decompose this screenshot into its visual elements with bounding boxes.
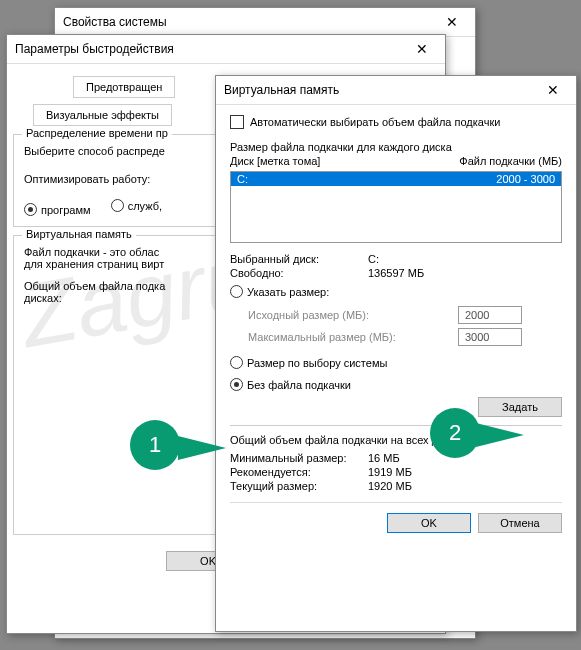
titlebar: Свойства системы ✕ [55, 8, 475, 37]
size-header: Размер файла подкачки для каждого диска [230, 141, 562, 153]
window-title: Параметры быстродействия [15, 42, 174, 56]
callout-2: 2 [430, 408, 480, 458]
radio-icon [111, 199, 124, 212]
initial-size-label: Исходный размер (МБ): [248, 309, 448, 321]
checkbox-icon [230, 115, 244, 129]
drive-row-selected[interactable]: C: 2000 - 3000 [231, 172, 561, 186]
auto-manage-checkbox[interactable]: Автоматически выбирать объем файла подка… [230, 115, 500, 129]
button-row: OK Отмена [230, 502, 562, 541]
radio-icon [24, 203, 37, 216]
max-size-input[interactable]: 3000 [458, 328, 522, 346]
radio-icon [230, 378, 243, 391]
tab-prevention[interactable]: Предотвращен [73, 76, 175, 98]
cur-value: 1920 МБ [368, 480, 412, 492]
group-title: Виртуальная память [22, 228, 136, 240]
callout-1: 1 [130, 420, 180, 470]
radio-icon [230, 356, 243, 369]
group-title: Распределение времени пр [22, 127, 172, 139]
callout-arrow [476, 423, 524, 447]
set-button[interactable]: Задать [478, 397, 562, 417]
free-space-value: 136597 МБ [368, 267, 424, 279]
window-title: Свойства системы [63, 15, 167, 29]
radio-programs[interactable]: программ [24, 203, 91, 216]
selected-drive-label: Выбранный диск: [230, 253, 360, 265]
window-title: Виртуальная память [224, 83, 339, 97]
radio-system-managed[interactable]: Размер по выбору системы [230, 356, 387, 369]
cancel-button[interactable]: Отмена [478, 513, 562, 533]
selected-drive-value: C: [368, 253, 379, 265]
tab-visual-effects[interactable]: Визуальные эффекты [33, 104, 172, 126]
min-value: 16 МБ [368, 452, 400, 464]
radio-icon [230, 285, 243, 298]
radio-no-paging-file[interactable]: Без файла подкачки [230, 378, 351, 391]
callout-arrow [178, 436, 226, 460]
drive-list[interactable]: C: 2000 - 3000 [230, 171, 562, 243]
close-icon[interactable]: ✕ [538, 82, 568, 98]
titlebar: Параметры быстродействия ✕ [7, 35, 445, 64]
titlebar: Виртуальная память ✕ [216, 76, 576, 105]
list-header: Диск [метка тома] Файл подкачки (МБ) [230, 153, 562, 169]
rec-value: 1919 МБ [368, 466, 412, 478]
radio-services[interactable]: служб, [111, 199, 162, 212]
ok-button[interactable]: OK [387, 513, 471, 533]
close-icon[interactable]: ✕ [437, 14, 467, 30]
max-size-label: Максимальный размер (МБ): [248, 331, 448, 343]
initial-size-input[interactable]: 2000 [458, 306, 522, 324]
close-icon[interactable]: ✕ [407, 41, 437, 57]
radio-custom-size[interactable]: Указать размер: [230, 285, 329, 298]
free-space-label: Свободно: [230, 267, 360, 279]
virtual-memory-dialog: Виртуальная память ✕ Автоматически выбир… [215, 75, 577, 632]
